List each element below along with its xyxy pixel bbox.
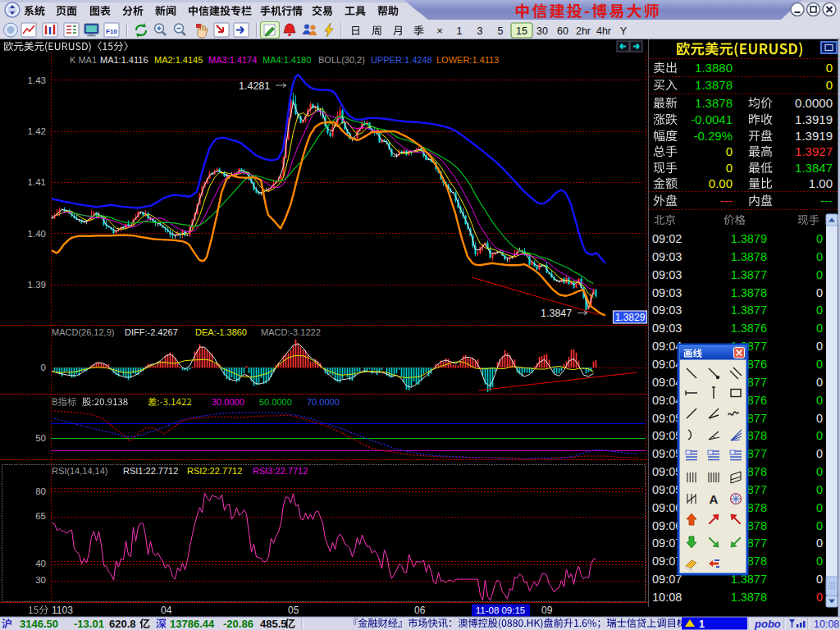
svg-text:RSI(14,14,14): RSI(14,14,14)	[52, 466, 107, 476]
svg-text:0: 0	[816, 465, 823, 478]
svg-text:0: 0	[816, 268, 823, 281]
svg-text:10:08: 10:08	[814, 619, 839, 630]
svg-text:09:03: 09:03	[652, 322, 682, 335]
svg-text:1.3829: 1.3829	[615, 312, 646, 323]
svg-text:0: 0	[726, 144, 733, 158]
svg-text:0: 0	[816, 376, 823, 389]
svg-text:UPPER:1.4248: UPPER:1.4248	[371, 55, 432, 65]
svg-text:0: 0	[726, 161, 733, 175]
svg-text:-0.0041: -0.0041	[691, 112, 733, 126]
svg-text:0: 0	[816, 429, 823, 442]
svg-text:13786.44: 13786.44	[170, 618, 215, 630]
svg-text:1.3919: 1.3919	[795, 112, 833, 126]
svg-text:09:03: 09:03	[652, 304, 682, 317]
svg-text:30: 30	[536, 25, 548, 37]
svg-text:1103: 1103	[52, 605, 73, 616]
svg-text:0: 0	[816, 358, 823, 371]
svg-text:F10: F10	[106, 28, 117, 35]
svg-text:05: 05	[288, 605, 299, 616]
svg-text:50.0000: 50.0000	[259, 397, 292, 407]
svg-text:K MA1: K MA1	[70, 55, 97, 65]
svg-text:-20.86: -20.86	[223, 618, 253, 630]
svg-text:5: 5	[498, 25, 504, 37]
svg-text:1.4281: 1.4281	[239, 80, 270, 92]
svg-text:1.3847: 1.3847	[541, 308, 572, 319]
svg-text:0: 0	[816, 340, 823, 353]
svg-text:11-08 09:15: 11-08 09:15	[476, 605, 526, 615]
svg-text:pobo: pobo	[754, 618, 781, 630]
svg-text:1.40: 1.40	[28, 229, 46, 239]
svg-text:MACD:-3.1222: MACD:-3.1222	[261, 327, 321, 337]
svg-text:09:03: 09:03	[652, 250, 682, 263]
svg-text:1: 1	[457, 25, 463, 37]
svg-text:1.41: 1.41	[28, 177, 46, 187]
svg-text:MACD(26,12,9): MACD(26,12,9)	[52, 327, 114, 337]
svg-text:0: 0	[816, 250, 823, 263]
svg-text:1.3878: 1.3878	[731, 250, 767, 263]
svg-text:1.3878: 1.3878	[695, 96, 733, 110]
svg-text:RSI2:22.7712: RSI2:22.7712	[187, 466, 242, 476]
svg-text:09:03: 09:03	[652, 268, 682, 281]
svg-text:MA1:1.4116: MA1:1.4116	[100, 55, 148, 65]
svg-text:3146.50: 3146.50	[20, 618, 58, 630]
svg-text:1.3878: 1.3878	[731, 591, 767, 604]
svg-text:15: 15	[516, 25, 527, 37]
svg-text:0: 0	[816, 412, 823, 425]
svg-text:0: 0	[816, 394, 823, 407]
svg-text:3: 3	[477, 25, 483, 37]
svg-text:0: 0	[816, 232, 823, 245]
svg-text:-0.29%: -0.29%	[693, 129, 733, 143]
svg-text:1.42: 1.42	[28, 126, 46, 136]
svg-text:0: 0	[826, 78, 833, 92]
svg-text:60: 60	[557, 25, 568, 37]
svg-text:1.3927: 1.3927	[795, 144, 833, 158]
svg-text:DIFF:-2.4267: DIFF:-2.4267	[125, 327, 178, 337]
svg-text:0: 0	[816, 555, 823, 568]
svg-text:MA4:1.4180: MA4:1.4180	[262, 55, 311, 65]
svg-text:1.43: 1.43	[28, 75, 46, 85]
svg-text:1: 1	[699, 619, 705, 630]
svg-text:4hr: 4hr	[596, 25, 611, 37]
svg-text:0: 0	[816, 573, 823, 586]
svg-text:1.3879: 1.3879	[731, 232, 767, 245]
svg-text:DEA:-1.3860: DEA:-1.3860	[195, 327, 247, 337]
svg-text:620.8: 620.8	[109, 618, 136, 630]
svg-text:0.00: 0.00	[709, 176, 733, 190]
svg-text:BOLL(30,2): BOLL(30,2)	[318, 55, 365, 65]
svg-text:0: 0	[816, 286, 823, 299]
svg-text:0: 0	[816, 501, 823, 514]
svg-text:0: 0	[816, 304, 823, 317]
svg-text:09: 09	[541, 605, 553, 616]
svg-text:06: 06	[414, 605, 426, 616]
svg-text:65: 65	[35, 511, 46, 521]
svg-text:-13.01: -13.01	[74, 618, 104, 630]
svg-text:0: 0	[816, 447, 823, 460]
svg-text:LOWER:1.4113: LOWER:1.4113	[436, 55, 499, 65]
svg-text:1.00: 1.00	[809, 176, 833, 190]
svg-text:0: 0	[816, 591, 823, 604]
svg-text:0: 0	[816, 536, 823, 550]
svg-text:2hr: 2hr	[576, 25, 591, 37]
svg-text:MA2:1.4145: MA2:1.4145	[154, 55, 203, 65]
svg-text:09:03: 09:03	[652, 286, 682, 299]
svg-text:04: 04	[161, 605, 172, 616]
svg-text:80: 80	[35, 486, 46, 496]
svg-text:1.3847: 1.3847	[795, 161, 833, 175]
svg-text:1.3880: 1.3880	[695, 61, 733, 75]
svg-text:---: ---	[720, 194, 733, 208]
svg-text:A: A	[710, 492, 719, 506]
svg-text:Y: Y	[620, 25, 628, 37]
svg-text:RSI3:22.7712: RSI3:22.7712	[253, 466, 308, 476]
svg-text:0: 0	[826, 61, 833, 75]
svg-text:1.3878: 1.3878	[695, 78, 733, 92]
svg-text:30: 30	[35, 575, 46, 585]
svg-text:40: 40	[35, 559, 46, 568]
svg-text:0: 0	[41, 363, 46, 372]
svg-text:1.3877: 1.3877	[731, 304, 767, 317]
svg-text:1.3877: 1.3877	[731, 268, 767, 281]
svg-text:MA3:1.4174: MA3:1.4174	[208, 55, 257, 65]
svg-text:0: 0	[816, 483, 823, 496]
svg-text:RSI1:22.7712: RSI1:22.7712	[123, 466, 178, 476]
svg-text:30.0000: 30.0000	[212, 397, 244, 407]
svg-text:485.5: 485.5	[260, 618, 287, 630]
